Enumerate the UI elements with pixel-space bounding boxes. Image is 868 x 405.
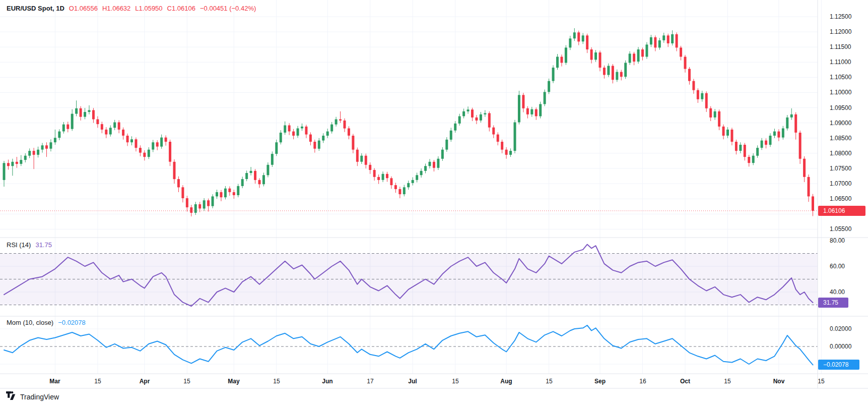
mom-line: [4, 325, 813, 365]
tradingview-logo-text: TradingView: [20, 393, 59, 401]
price-axis-label: 1.07500: [830, 164, 851, 172]
time-axis-label: 15: [724, 377, 730, 385]
price-axis-label: 1.11500: [830, 43, 851, 51]
tradingview-attribution[interactable]: TradingView: [6, 391, 59, 402]
time-axis-label: 15: [273, 377, 280, 385]
ohlc-open: O1.06556: [69, 5, 98, 12]
time-axis-label: 15: [452, 377, 458, 385]
price-axis-label: 1.06500: [830, 195, 851, 203]
rsi-value: 31.75: [35, 241, 52, 249]
price-axis-label: 1.11000: [830, 58, 851, 66]
time-axis-label: 16: [639, 377, 646, 385]
chart-canvas[interactable]: [0, 0, 868, 405]
tradingview-logo-icon: [6, 391, 17, 402]
time-axis-label: Jul: [408, 377, 417, 385]
price-axis-label: 1.12500: [830, 13, 851, 21]
time-axis-label: 15: [183, 377, 190, 385]
mom-value-badge: −0.02078: [818, 360, 859, 370]
rsi-axis-label: 40.00: [830, 288, 845, 296]
symbol-legend: EUR/USD Spot, 1D O1.06556 H1.06632 L1.05…: [7, 5, 256, 12]
rsi-axis-label: 80.00: [830, 237, 845, 245]
candles-layer: [3, 28, 815, 216]
ohlc-close: C1.06106: [167, 5, 195, 12]
time-axis-label: 15: [94, 377, 101, 385]
price-axis-label: 1.05500: [830, 225, 851, 233]
mom-legend: Mom (10, close) −0.02078: [7, 319, 86, 326]
price-axis-label: 1.10500: [830, 73, 851, 81]
time-axis-label: Apr: [140, 377, 150, 385]
time-axis-label: Nov: [773, 377, 785, 385]
time-axis-label: Jun: [322, 377, 332, 385]
price-axis-label: 1.12000: [830, 28, 851, 36]
rsi-label: RSI (14): [7, 241, 31, 249]
time-axis-label: May: [228, 377, 239, 385]
price-axis-label: 1.09000: [830, 119, 851, 127]
symbol-title: EUR/USD Spot, 1D: [7, 5, 64, 12]
mom-value: −0.02078: [58, 319, 86, 326]
time-axis-label: 15: [546, 377, 552, 385]
time-axis-label: 17: [367, 377, 373, 385]
ohlc-high: H1.06632: [102, 5, 130, 12]
last-price-badge: 1.06106: [818, 206, 865, 216]
price-axis-label: 1.07000: [830, 180, 851, 188]
mom-label: Mom (10, close): [7, 319, 53, 326]
time-axis-label: Mar: [49, 377, 60, 385]
price-axis-label: 1.09500: [830, 104, 851, 112]
change-value: −0.00451 (−0.42%): [200, 5, 256, 12]
time-axis-label: Aug: [500, 377, 512, 385]
time-axis-label: Sep: [594, 377, 606, 385]
mom-axis-label: 0.02000: [830, 325, 851, 333]
price-axis-label: 1.08500: [830, 134, 851, 142]
time-axis-label: 15: [818, 377, 824, 385]
ohlc-low: L1.05950: [135, 5, 162, 12]
price-axis-label: 1.08000: [830, 149, 851, 157]
time-axis-label: Oct: [680, 377, 690, 385]
rsi-axis-label: 60.00: [830, 262, 845, 270]
price-axis-label: 1.10000: [830, 88, 851, 96]
mom-axis-label: 0.00000: [830, 342, 851, 351]
rsi-legend: RSI (14) 31.75: [7, 241, 52, 249]
chart-widget: EUR/USD Spot, 1D O1.06556 H1.06632 L1.05…: [0, 0, 868, 405]
rsi-value-badge: 31.75: [818, 298, 848, 308]
